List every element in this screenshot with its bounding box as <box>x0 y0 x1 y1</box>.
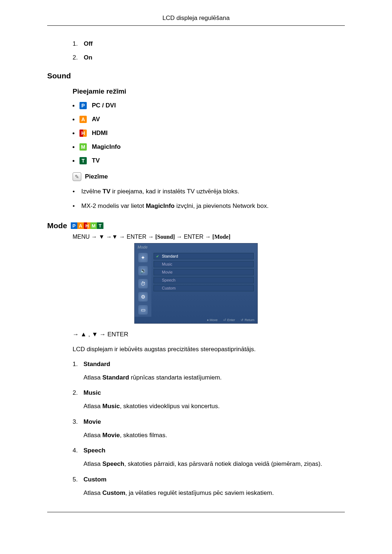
page: LCD displeja regulēšana 1. Off 2. On Sou… <box>0 0 392 534</box>
option-title: Standard <box>83 361 110 368</box>
mode-label: PC / DVI <box>92 102 116 109</box>
option-number: 3. <box>73 418 83 426</box>
bullet-icon <box>73 105 74 107</box>
osd-setup-icon: ⏱ <box>138 279 148 288</box>
a-badge-icon: A <box>77 222 84 229</box>
osd-picture-icon: ✦ <box>138 253 148 262</box>
nav-placeholder-mode: [Mode] <box>212 234 230 240</box>
osd-footer: ♦ Move ⏎ Enter ↺ Return <box>135 317 257 323</box>
mode-heading: Mode <box>47 221 67 230</box>
option-body: Atlasa Speech, skatoties pārraidi, kas p… <box>83 459 345 469</box>
mode-option-movie: 3.Movie Atlasa Movie, skatoties filmas. <box>73 418 345 440</box>
osd-item-movie: Movie <box>154 269 254 275</box>
list-item: 2. On <box>73 54 345 61</box>
osd-item-speech: Speech <box>154 277 254 283</box>
osd-hint-enter: ⏎ Enter <box>223 318 235 322</box>
mode-item-hdmi: H HDMI <box>73 130 345 137</box>
t-badge-icon: T <box>97 222 103 229</box>
note-text-bold: MagicInfo <box>146 202 175 209</box>
option-header: 3.Movie <box>73 418 345 426</box>
mode-item-av: A AV <box>73 116 345 123</box>
m-badge-icon: M <box>79 143 87 151</box>
mode-label: HDMI <box>92 130 107 137</box>
item-number: 1. <box>73 40 82 48</box>
option-number: 4. <box>73 447 83 454</box>
bullet-icon <box>73 146 74 148</box>
mode-item-magicinfo: M MagicInfo <box>73 143 345 151</box>
option-number: 2. <box>73 389 83 397</box>
p-badge-icon: P <box>71 222 77 229</box>
modes-list: P PC / DVI A AV H HDMI M MagicInfo T TV <box>73 102 345 164</box>
header-title: LCD displeja regulēšana <box>162 15 229 21</box>
osd-sound-icon: 🔉 <box>138 266 148 275</box>
mode-option-speech: 4.Speech Atlasa Speech, skatoties pārrai… <box>73 447 345 469</box>
mode-options-list: 1.Standard Atlasa Standard rūpnīcas stan… <box>73 361 345 498</box>
mode-option-standard: 1.Standard Atlasa Standard rūpnīcas stan… <box>73 361 345 382</box>
option-title: Custom <box>83 476 106 483</box>
note-item: Izvēlne TV ir pieejama, kad ir instalēts… <box>73 187 345 196</box>
note-text-post: ir pieejama, kad ir instalēts TV uztvērē… <box>110 188 239 195</box>
page-header: LCD displeja regulēšana <box>47 15 345 26</box>
osd-input-icon: ▭ <box>138 305 148 315</box>
bullet-icon <box>73 119 74 120</box>
item-number: 2. <box>73 54 82 61</box>
top-off-on-list: 1. Off 2. On <box>73 40 345 61</box>
h-badge-icon: H <box>79 130 87 137</box>
note-text-pre: MX-2 modelis var lietot <box>81 202 146 209</box>
h-badge-icon: H <box>84 222 90 229</box>
osd-screenshot: Mode ✦ 🔉 ⏱ ⚙ ▭ ✔Standard Music Movie Spe… <box>134 243 258 324</box>
note-icon: ✎ <box>73 172 81 181</box>
mode-badge-row: P A H M T <box>71 222 103 229</box>
option-title: Movie <box>83 418 101 425</box>
p-badge-icon: P <box>79 102 87 109</box>
note-item: MX-2 modelis var lietot MagicInfo izvçln… <box>73 201 345 211</box>
option-number: 1. <box>73 361 83 368</box>
mode-option-custom: 5.Custom Atlasa Custom, ja vēlaties regu… <box>73 476 345 498</box>
osd-title: Mode <box>135 243 257 251</box>
available-modes-heading: Pieejamie režīmi <box>73 87 345 95</box>
nav-placeholder-sound: [Sound] <box>155 234 175 240</box>
item-label: Off <box>84 40 93 47</box>
mode-label: AV <box>92 116 100 123</box>
option-header: 4.Speech <box>73 447 345 454</box>
mode-label: TV <box>92 157 100 164</box>
bullet-icon <box>73 132 74 134</box>
t-badge-icon: T <box>79 157 87 164</box>
osd-item-music: Music <box>154 261 254 267</box>
note-header: ✎ Piezīme <box>73 172 345 181</box>
osd-menu-items: ✔Standard Music Movie Speech Custom <box>151 251 257 317</box>
item-label: On <box>84 54 93 61</box>
option-header: 5.Custom <box>73 476 345 483</box>
option-body: Atlasa Music, skatoties videoklipus vai … <box>83 402 345 411</box>
note-label: Piezīme <box>85 173 108 180</box>
mode-item-tv: T TV <box>73 157 345 164</box>
option-body: Atlasa Movie, skatoties filmas. <box>83 431 345 440</box>
m-badge-icon: M <box>90 222 97 229</box>
note-list: Izvēlne TV ir pieejama, kad ir instalēts… <box>73 187 345 210</box>
a-badge-icon: A <box>79 116 87 123</box>
post-nav-keys: → ▲ , ▼ → ENTER <box>73 331 345 338</box>
option-title: Speech <box>83 447 105 454</box>
mode-label: MagicInfo <box>92 143 121 151</box>
osd-item-standard: ✔Standard <box>154 253 254 259</box>
osd-left-icons: ✦ 🔉 ⏱ ⚙ ▭ <box>135 251 151 317</box>
option-header: 2.Music <box>73 389 345 397</box>
note-text-post: izvçlni, ja pievienots Network box. <box>175 202 269 209</box>
check-icon: ✔ <box>156 254 160 258</box>
osd-item-custom: Custom <box>154 285 254 291</box>
menu-navigation-path: MENU → ▼ →▼ → ENTER → [Sound] → ENTER → … <box>73 234 345 240</box>
mode-heading-row: Mode P A H M T <box>47 221 345 230</box>
osd-settings-icon: ⚙ <box>138 292 148 301</box>
mode-item-pc-dvi: P PC / DVI <box>73 102 345 109</box>
option-body: Atlasa Standard rūpnīcas standarta iesta… <box>83 373 345 382</box>
nav-segment: → ENTER → <box>176 234 211 240</box>
sound-heading: Sound <box>47 71 345 80</box>
list-item: 1. Off <box>73 40 345 48</box>
note-text-bold: TV <box>103 188 111 195</box>
option-body: Atlasa Custom, ja vēlaties regulēt iesta… <box>83 488 345 498</box>
osd-hint-move: ♦ Move <box>207 318 217 322</box>
option-number: 5. <box>73 476 83 483</box>
option-title: Music <box>83 389 101 396</box>
bullet-icon <box>73 160 74 162</box>
osd-panel: Mode ✦ 🔉 ⏱ ⚙ ▭ ✔Standard Music Movie Spe… <box>134 243 258 324</box>
